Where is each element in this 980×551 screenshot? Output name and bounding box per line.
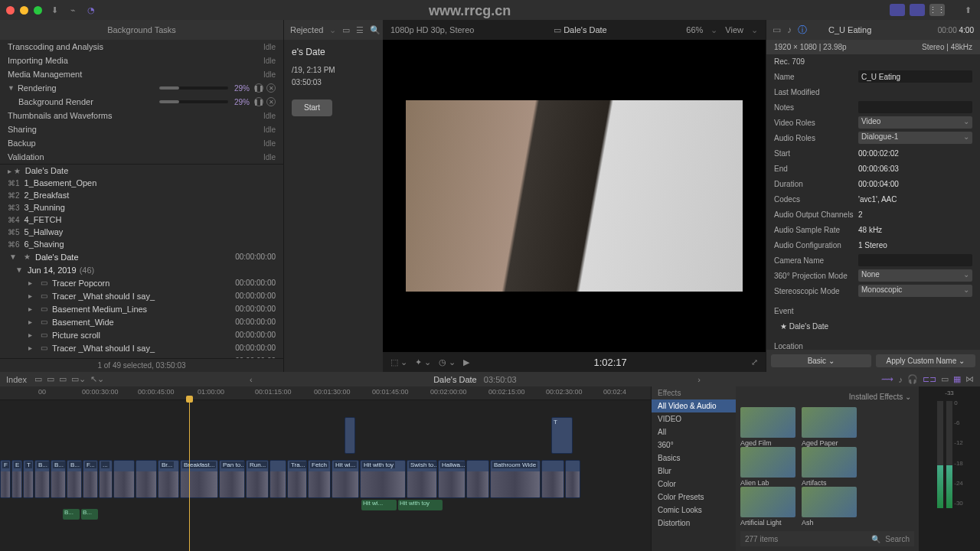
connected-clip[interactable]: T — [551, 417, 573, 454]
keyword-row[interactable]: ⌘22_Breakfast — [0, 189, 283, 201]
timeline-clip[interactable] — [113, 460, 135, 498]
browser-event-row[interactable]: ▼ ★ Dale's Date 00:00:00:00 — [0, 250, 283, 263]
keyword-row[interactable]: ⌘55_Hallway — [0, 226, 283, 238]
inspector-audio-tab-icon[interactable]: ♪ — [787, 24, 792, 35]
audio-skim-icon[interactable]: ♪ — [898, 375, 903, 384]
timeline-clip[interactable]: B... — [51, 460, 66, 498]
timeline-clip[interactable]: T — [23, 460, 34, 498]
effects-category[interactable]: Blur — [652, 465, 736, 478]
timeline-clip[interactable]: Swish to... — [407, 460, 437, 498]
effects-category[interactable]: Distortion — [652, 517, 736, 530]
timeline-playhead[interactable] — [189, 400, 190, 551]
pause-icon[interactable]: ❚❚ — [254, 97, 263, 106]
effects-category[interactable]: Color Presets — [652, 491, 736, 504]
keyword-row[interactable]: ⌘11_Basement_Open — [0, 177, 283, 189]
effects-category[interactable]: All Video & Audio — [652, 399, 736, 412]
snap-icon[interactable]: ⊏⊐ — [923, 374, 936, 384]
inspector-info-tab-icon[interactable]: ⓘ — [798, 24, 807, 37]
apply-custom-name-button[interactable]: Apply Custom Name ⌄ — [876, 354, 976, 367]
color-tool-icon[interactable]: ✦ ⌄ — [415, 357, 431, 367]
layout-button-1[interactable] — [890, 4, 905, 16]
viewer-canvas[interactable] — [383, 40, 766, 352]
browser-clip-row[interactable]: ▸▭Tracer _What should I say_00:00:00:00 — [0, 289, 283, 302]
trim-tool-icon[interactable]: ▭ — [34, 374, 42, 384]
metadata-view-select[interactable]: Basic ⌄ — [771, 354, 871, 367]
viewer-timecode[interactable]: 1:02:17 — [477, 357, 743, 368]
connected-audio-clip[interactable]: B... — [81, 509, 98, 520]
range-tool-icon[interactable]: ▭ — [59, 374, 67, 384]
timeline-history-fwd-icon[interactable]: › — [697, 375, 701, 384]
browser-clip-row[interactable]: ▸▭Tracer _What should I say_00:00:00:00 — [0, 341, 283, 354]
disclosure-triangle-icon[interactable]: ▼ — [8, 84, 15, 92]
transform-tool-icon[interactable]: ⬚ ⌄ — [390, 357, 407, 367]
fullscreen-window-button[interactable] — [34, 6, 42, 15]
effect-item[interactable]: Alien Lab — [740, 447, 795, 487]
timeline-clip[interactable]: Br... — [158, 460, 179, 498]
search-icon[interactable]: 🔍 — [871, 535, 880, 543]
position-tool-icon[interactable]: ▭ — [47, 374, 54, 384]
browser-clip-row[interactable]: ▸▭Picture scroll00:00:00:00 — [0, 328, 283, 341]
viewer-zoom[interactable]: 66% — [686, 25, 703, 34]
timeline-clip[interactable] — [466, 460, 489, 498]
effects-category[interactable]: VIDEO — [652, 412, 736, 425]
effects-category[interactable]: Color — [652, 478, 736, 491]
clip-browser[interactable]: ▼ ★ Dale's Date 00:00:00:00 ▼ Jun 14, 20… — [0, 250, 283, 358]
clip-view-icon[interactable]: ▭ — [342, 25, 350, 35]
installed-effects-filter[interactable]: Installed Effects ⌄ — [849, 393, 911, 401]
play-icon[interactable]: ▸ — [24, 344, 35, 352]
keyword-row[interactable]: ⌘66_Shaving — [0, 238, 283, 250]
effects-category[interactable]: Comic Looks — [652, 504, 736, 517]
play-icon[interactable]: ▸ — [24, 331, 35, 339]
effects-search-input[interactable]: Search — [885, 535, 910, 543]
prop-input[interactable] — [858, 101, 972, 113]
browser-clip-row[interactable]: ▸▭Tracer Popcorn00:00:00:00 — [0, 276, 283, 289]
play-icon[interactable]: ▸ — [24, 292, 35, 300]
close-window-button[interactable] — [6, 6, 15, 15]
timeline-clip[interactable]: ... — [99, 460, 113, 498]
event-row[interactable]: ▸ ★ Dale's Date — [0, 165, 283, 177]
solo-icon[interactable]: 🎧 — [907, 374, 918, 384]
effects-category[interactable]: All — [652, 425, 736, 439]
layout-button-3[interactable]: ⋮⋮ — [929, 4, 945, 16]
timeline-clip[interactable] — [541, 460, 564, 498]
tasks-icon[interactable]: ◔ — [85, 4, 97, 16]
list-view-icon[interactable]: ☰ — [356, 25, 364, 35]
layout-button-2[interactable] — [910, 4, 925, 16]
retime-tool-icon[interactable]: ◷ ⌄ — [439, 357, 456, 367]
timeline-clip[interactable]: Run... — [246, 460, 269, 498]
timeline-clip[interactable]: Hit with toy — [360, 460, 406, 498]
effects-category[interactable]: 360° — [652, 439, 736, 452]
timeline-history-back-icon[interactable]: ‹ — [250, 375, 253, 384]
search-icon[interactable]: 🔍 — [370, 25, 381, 35]
effect-item[interactable]: Artifacts — [802, 447, 857, 487]
effects-browser-icon[interactable]: ▦ — [953, 374, 961, 384]
connected-clip[interactable] — [345, 417, 355, 454]
prop-select[interactable]: Dialogue-1 ⌄ — [858, 132, 972, 144]
prop-input[interactable] — [858, 70, 972, 83]
blade-tool-icon[interactable]: ▭⌄ — [71, 374, 86, 384]
effect-item[interactable]: Aged Paper — [802, 407, 857, 447]
fullscreen-icon[interactable]: ⤢ — [751, 357, 758, 367]
play-icon[interactable]: ▸ — [24, 279, 35, 287]
effect-item[interactable]: Aged Film — [740, 407, 795, 447]
browser-clip-row[interactable]: ▸▭Basement_Wide00:00:00:00 — [0, 315, 283, 328]
keyword-row[interactable]: ⌘33_Running — [0, 201, 283, 214]
viewer-view-menu[interactable]: View — [725, 25, 743, 34]
effects-categories[interactable]: Effects All Video & AudioVIDEOAll360°Bas… — [652, 386, 736, 551]
play-icon[interactable]: ▸ — [24, 318, 35, 326]
timeline-tracks[interactable]: T FETB...B...B...F......Br...Breakfast..… — [0, 400, 651, 551]
disclosure-triangle-icon[interactable]: ▼ — [14, 266, 24, 274]
browser-date-group[interactable]: ▼ Jun 14, 2019 (46) — [0, 263, 283, 276]
timeline-view-icon[interactable]: ▭ — [941, 374, 949, 384]
timeline-clip[interactable]: Bathroom Wide — [490, 460, 541, 498]
timeline-clip[interactable]: F — [0, 460, 11, 498]
timeline-clip[interactable]: Hallwa... — [438, 460, 466, 498]
timeline-index-button[interactable]: Index — [6, 375, 27, 384]
timeline-clip[interactable]: Fetch — [308, 460, 331, 498]
prop-input[interactable] — [858, 254, 972, 266]
cancel-icon[interactable]: ✕ — [266, 97, 276, 106]
prop-select[interactable]: Monoscopic ⌄ — [858, 285, 972, 297]
keyword-icon[interactable]: ⌁ — [67, 4, 79, 16]
primary-storyline[interactable]: FETB...B...B...F......Br...Breakfast...P… — [0, 460, 651, 500]
prop-select[interactable]: Video ⌄ — [858, 116, 972, 129]
